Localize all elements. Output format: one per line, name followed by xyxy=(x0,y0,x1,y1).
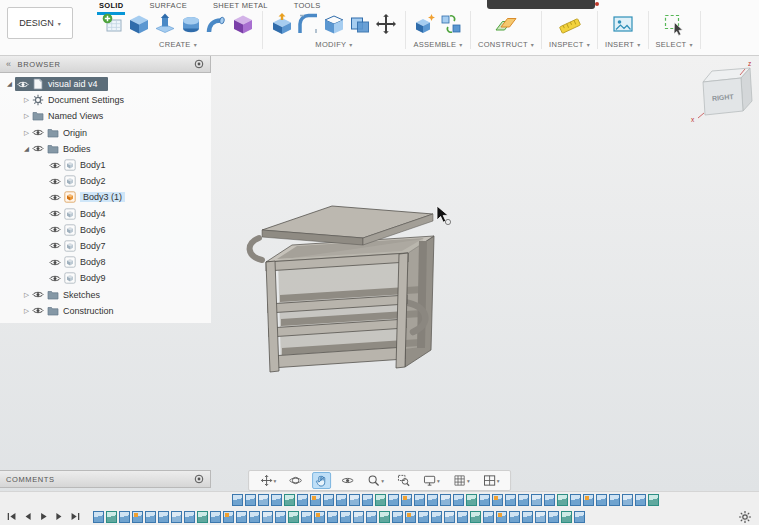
timeline-feature-icon[interactable] xyxy=(392,511,403,523)
browser-item-body3-1[interactable]: Body3 (1) xyxy=(0,189,211,205)
timeline-feature-icon[interactable] xyxy=(453,494,464,506)
expand-arrow-icon[interactable]: ▷ xyxy=(21,112,32,120)
timeline-feature-icon[interactable] xyxy=(323,494,334,506)
visibility-eye-icon[interactable] xyxy=(49,193,61,202)
timeline-feature-icon[interactable] xyxy=(327,511,338,523)
insert-image-icon[interactable] xyxy=(611,12,635,36)
press-pull-icon[interactable] xyxy=(270,12,294,36)
move-copy-icon[interactable] xyxy=(374,12,398,36)
timeline-feature-icon[interactable] xyxy=(496,511,507,523)
new-component-icon[interactable] xyxy=(413,12,437,36)
measure-icon[interactable] xyxy=(558,12,582,36)
timeline-feature-icon[interactable] xyxy=(535,511,546,523)
timeline-feature-icon[interactable] xyxy=(418,511,429,523)
construction-plane-icon[interactable] xyxy=(494,12,518,36)
visibility-eye-icon[interactable] xyxy=(17,80,29,89)
timeline-feature-icon[interactable] xyxy=(262,511,273,523)
timeline-feature-icon[interactable] xyxy=(622,494,633,506)
timeline-feature-icon[interactable] xyxy=(444,511,455,523)
group-label-inspect[interactable]: INSPECT▾ xyxy=(549,40,590,49)
visibility-eye-icon[interactable] xyxy=(49,161,61,170)
timeline-feature-icon[interactable] xyxy=(297,494,308,506)
timeline-feature-icon[interactable] xyxy=(379,511,390,523)
browser-item-body8[interactable]: Body8 xyxy=(0,254,211,270)
browser-item-origin[interactable]: ▷Origin xyxy=(0,125,211,141)
grid-display-icon[interactable]: ▾ xyxy=(450,472,473,489)
skip-to-end-icon[interactable] xyxy=(68,510,83,524)
visibility-eye-icon[interactable] xyxy=(32,128,44,137)
browser-item-body6[interactable]: Body6 xyxy=(0,222,211,238)
browser-item-sketches[interactable]: ▷Sketches xyxy=(0,286,211,302)
display-settings-icon[interactable]: ▾ xyxy=(420,472,443,489)
timeline-feature-icon[interactable] xyxy=(427,494,438,506)
timeline-feature-icon[interactable] xyxy=(119,511,130,523)
visibility-eye-icon[interactable] xyxy=(49,225,61,234)
timeline-feature-icon[interactable] xyxy=(301,511,312,523)
timeline-feature-icon[interactable] xyxy=(232,494,243,506)
timeline-feature-icon[interactable] xyxy=(106,511,117,523)
timeline-feature-icon[interactable] xyxy=(158,511,169,523)
sweep-icon[interactable] xyxy=(205,12,229,36)
timeline-settings-gear-icon[interactable] xyxy=(738,510,752,524)
browser-item-document-settings[interactable]: ▷Document Settings xyxy=(0,92,211,108)
timeline-feature-icon[interactable] xyxy=(210,511,221,523)
timeline-feature-icon[interactable] xyxy=(470,511,481,523)
timeline-feature-icon[interactable] xyxy=(479,494,490,506)
zoom-window-icon[interactable] xyxy=(394,472,413,489)
timeline-feature-icon[interactable] xyxy=(574,511,585,523)
timeline-feature-icon[interactable] xyxy=(609,494,620,506)
pan-icon[interactable]: ▾ xyxy=(257,472,280,489)
browser-item-body7[interactable]: Body7 xyxy=(0,238,211,254)
timeline-feature-icon[interactable] xyxy=(518,494,529,506)
timeline-feature-icon[interactable] xyxy=(249,511,260,523)
visibility-eye-icon[interactable] xyxy=(49,258,61,267)
visibility-eye-icon[interactable] xyxy=(49,177,61,186)
fillet-icon[interactable] xyxy=(296,12,320,36)
timeline-feature-icon[interactable] xyxy=(132,511,143,523)
timeline-feature-icon[interactable] xyxy=(349,494,360,506)
timeline-feature-icon[interactable] xyxy=(336,494,347,506)
timeline-feature-icon[interactable] xyxy=(509,511,520,523)
timeline-feature-icon[interactable] xyxy=(570,494,581,506)
timeline-feature-icon[interactable] xyxy=(505,494,516,506)
shell-icon[interactable] xyxy=(322,12,346,36)
timeline-feature-icon[interactable] xyxy=(314,511,325,523)
browser-item-body2[interactable]: Body2 xyxy=(0,173,211,189)
look-at-icon[interactable] xyxy=(338,472,357,489)
visibility-eye-icon[interactable] xyxy=(49,209,61,218)
expand-arrow-icon[interactable]: ▷ xyxy=(21,129,32,137)
timeline-feature-icon[interactable] xyxy=(648,494,659,506)
timeline-feature-icon[interactable] xyxy=(431,511,442,523)
timeline-feature-icon[interactable] xyxy=(366,511,377,523)
timeline-feature-icon[interactable] xyxy=(171,511,182,523)
extrude-icon[interactable] xyxy=(153,12,177,36)
expand-arrow-icon[interactable]: ▷ xyxy=(21,291,32,299)
combine-icon[interactable] xyxy=(348,12,372,36)
collapse-arrow-icon[interactable]: ◢ xyxy=(21,145,32,153)
visibility-eye-icon[interactable] xyxy=(49,241,61,250)
panel-options-icon[interactable] xyxy=(194,474,204,484)
browser-header[interactable]: « BROWSER xyxy=(0,55,211,73)
timeline-feature-icon[interactable] xyxy=(561,511,572,523)
visibility-eye-icon[interactable] xyxy=(32,306,44,315)
box-icon[interactable] xyxy=(127,12,151,36)
timeline-feature-icon[interactable] xyxy=(271,494,282,506)
visibility-eye-icon[interactable] xyxy=(32,144,44,153)
revolve-icon[interactable] xyxy=(179,12,203,36)
timeline-feature-icon[interactable] xyxy=(414,494,425,506)
timeline-feature-icon[interactable] xyxy=(353,511,364,523)
timeline-feature-icon[interactable] xyxy=(457,511,468,523)
timeline-feature-icon[interactable] xyxy=(440,494,451,506)
visibility-eye-icon[interactable] xyxy=(49,274,61,283)
timeline-feature-icon[interactable] xyxy=(583,494,594,506)
collapse-panel-icon[interactable]: « xyxy=(6,60,12,69)
timeline-feature-icon[interactable] xyxy=(197,511,208,523)
browser-item-bodies[interactable]: ◢Bodies xyxy=(0,141,211,157)
browser-item-body1[interactable]: Body1 xyxy=(0,157,211,173)
timeline-feature-icon[interactable] xyxy=(483,511,494,523)
collapse-arrow-icon[interactable]: ◢ xyxy=(4,80,15,88)
joint-icon[interactable] xyxy=(439,12,463,36)
viewcube[interactable]: RIGHT z x xyxy=(691,60,752,123)
create-sketch-icon[interactable] xyxy=(101,12,125,36)
group-label-select[interactable]: SELECT▾ xyxy=(656,40,693,49)
